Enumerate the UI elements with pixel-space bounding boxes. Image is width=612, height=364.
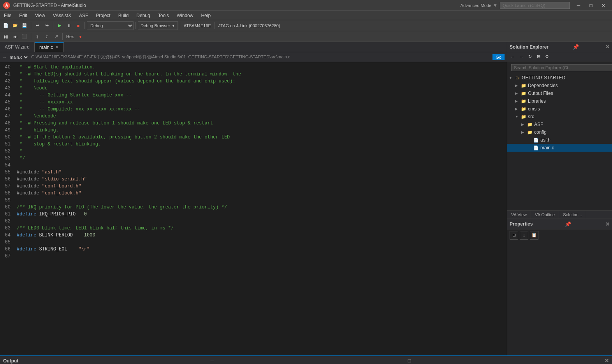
se-close-btn[interactable]: ✕ <box>605 44 610 50</box>
toolbar: 📄 📂 💾 ↩ ↪ ▶ ⏸ ■ Debug Debug Browser ▼ AT… <box>0 20 612 31</box>
tb2-hex-btn[interactable]: ● <box>76 32 85 41</box>
output-header: Output ─ □ ✕ <box>0 356 612 364</box>
tree-libraries[interactable]: ▶ 📁 Libraries <box>507 97 612 105</box>
tb2-btn1[interactable]: ⏯ <box>2 32 10 41</box>
tb-undo[interactable]: ↩ <box>33 21 42 30</box>
output-title: Output <box>3 358 18 364</box>
tb2-btn4[interactable]: ⤵ <box>33 32 42 41</box>
minimize-button[interactable]: ─ <box>573 2 584 9</box>
tb-stop[interactable]: ■ <box>74 21 83 30</box>
tb2-sep1 <box>31 33 31 40</box>
maximize-button[interactable]: □ <box>586 2 596 9</box>
tree-config[interactable]: ▶ 📁 config <box>507 128 612 136</box>
tree-mainc-label: main.c <box>540 145 554 150</box>
props-sort-btn[interactable]: ↕ <box>520 231 528 240</box>
se-tb-refresh[interactable]: ↻ <box>526 53 534 61</box>
tree-output-files[interactable]: ▶ 📁 Output Files <box>507 89 612 97</box>
tree-asf[interactable]: ▶ 📁 ASF <box>507 121 612 128</box>
asfh-icon: 📄 <box>533 138 539 143</box>
tree-main-c[interactable]: ▶ 📄 main.c <box>507 144 612 152</box>
file-nav-dropdown[interactable]: main.c <box>8 54 29 60</box>
tb-pause[interactable]: ⏸ <box>65 21 73 30</box>
tree-cmsis-label: cmsis <box>528 106 540 112</box>
se-pin-btn[interactable]: 📌 <box>573 44 579 50</box>
debug-interface-label: JTAG on J-Link (000270676280) <box>218 23 280 28</box>
editor-area: ASF Wizard main.c ✕ → main.c G:\SAM4E16E… <box>0 42 507 355</box>
debug-config-dropdown[interactable]: Debug <box>87 21 134 30</box>
se-tb-back[interactable]: ← <box>509 53 517 61</box>
tb-separator-6 <box>215 22 215 29</box>
output-panel: Output ─ □ ✕ Show output from: Build Deb… <box>0 355 612 364</box>
va-outline-tab[interactable]: VA Outline <box>531 211 559 219</box>
va-view-tab[interactable]: VA View <box>507 211 531 219</box>
out-icon: 📁 <box>521 91 527 96</box>
titlebar: A GETTING-STARTED - AtmelStudio Advanced… <box>0 0 612 11</box>
tree-out-label: Output Files <box>528 91 553 96</box>
tb-start-debug[interactable]: ▶ <box>55 21 64 30</box>
src-icon: 📁 <box>521 114 527 119</box>
filepath-bar: → main.c G:\SAM4E16E-EK\SAM4E16E-EK中文资料\… <box>0 52 507 62</box>
props-pages-btn[interactable]: 📋 <box>530 231 538 240</box>
menu-file[interactable]: File <box>0 11 15 20</box>
tree-dependencies[interactable]: ▶ 📁 Dependencies <box>507 82 612 89</box>
menu-window[interactable]: Window <box>173 11 197 20</box>
menu-vassistx[interactable]: VAssistX <box>49 11 75 20</box>
tb2-btn6[interactable]: ↗ <box>52 32 60 41</box>
tree-root-label: GETTING-STARTED <box>522 75 565 80</box>
tree-asf-h[interactable]: ▶ 📄 asf.h <box>507 136 612 144</box>
tab-asf-wizard[interactable]: ASF Wizard <box>0 42 35 52</box>
tree-src-label: src <box>528 114 534 119</box>
props-pin-btn[interactable]: 📌 <box>565 221 571 227</box>
se-tb-settings[interactable]: ⚙ <box>543 53 551 61</box>
go-button[interactable]: Go <box>492 54 505 60</box>
quick-launch-input[interactable] <box>500 2 570 9</box>
config-icon: 📁 <box>527 130 533 135</box>
props-toolbar: ⊞ ↕ 📋 <box>507 229 612 241</box>
menubar: File Edit View VAssistX ASF Project Buil… <box>0 11 612 20</box>
code-text[interactable]: * -# Start the application. * -# The LED… <box>14 64 507 354</box>
tree-src[interactable]: ▼ 📁 src <box>507 113 612 121</box>
se-search-input[interactable] <box>511 64 612 71</box>
tb-redo[interactable]: ↪ <box>42 21 51 30</box>
properties-title: Properties <box>510 221 533 227</box>
output-maximize-btn[interactable]: □ <box>408 358 411 364</box>
close-button[interactable]: ✕ <box>598 2 609 9</box>
target-label: ATSAM4E16E <box>184 23 211 28</box>
solution-tab[interactable]: Solution... <box>559 211 586 219</box>
properties-panel: Properties 📌 ✕ ⊞ ↕ 📋 <box>507 219 612 356</box>
solution-explorer-header: Solution Explorer 📌 ✕ <box>507 42 612 52</box>
tree-root[interactable]: ▼ 🗂 GETTING-STARTED <box>507 74 612 82</box>
menu-help[interactable]: Help <box>197 11 215 20</box>
menu-project[interactable]: Project <box>92 11 114 20</box>
menu-edit[interactable]: Edit <box>15 11 31 20</box>
tb-new[interactable]: 📄 <box>2 21 10 30</box>
tb-separator-5 <box>180 22 180 29</box>
props-close-btn[interactable]: ✕ <box>605 221 610 227</box>
menu-tools[interactable]: Tools <box>154 11 173 20</box>
asf-arrow: ▶ <box>521 122 527 126</box>
props-categories-btn[interactable]: ⊞ <box>510 231 518 240</box>
tb2-btn2[interactable]: ⏭ <box>11 32 19 41</box>
menu-build[interactable]: Build <box>114 11 133 20</box>
se-tb-forward[interactable]: → <box>517 53 525 61</box>
output-pin-btn[interactable]: ─ <box>211 358 214 364</box>
root-icon: 🗂 <box>514 75 521 80</box>
tb-save[interactable]: 💾 <box>20 21 29 30</box>
menu-view[interactable]: View <box>31 11 49 20</box>
code-content[interactable]: 4041424344 4546474849 5051525354 5556575… <box>0 62 507 355</box>
tb2-btn5[interactable]: ⤴ <box>42 32 51 41</box>
toolbar2: ⏯ ⏭ ⬛ ⤵ ⤴ ↗ Hex ● <box>0 31 612 42</box>
tb-open[interactable]: 📂 <box>11 21 19 30</box>
menu-asf[interactable]: ASF <box>75 11 92 20</box>
tree-config-label: config <box>534 130 547 135</box>
tb2-btn3[interactable]: ⬛ <box>20 32 29 41</box>
output-close-btn[interactable]: ✕ <box>605 358 609 364</box>
tree-cmsis[interactable]: ▶ 📁 cmsis <box>507 105 612 113</box>
cmsis-icon: 📁 <box>521 107 527 112</box>
tab-main-c[interactable]: main.c ✕ <box>35 42 64 52</box>
se-tb-collapse[interactable]: ⊟ <box>535 53 542 61</box>
tab-main-c-close[interactable]: ✕ <box>55 45 59 50</box>
menu-debug[interactable]: Debug <box>132 11 154 20</box>
tree-asfh-label: asf.h <box>540 137 550 143</box>
debug-browser-button[interactable]: Debug Browser ▼ <box>138 21 178 30</box>
